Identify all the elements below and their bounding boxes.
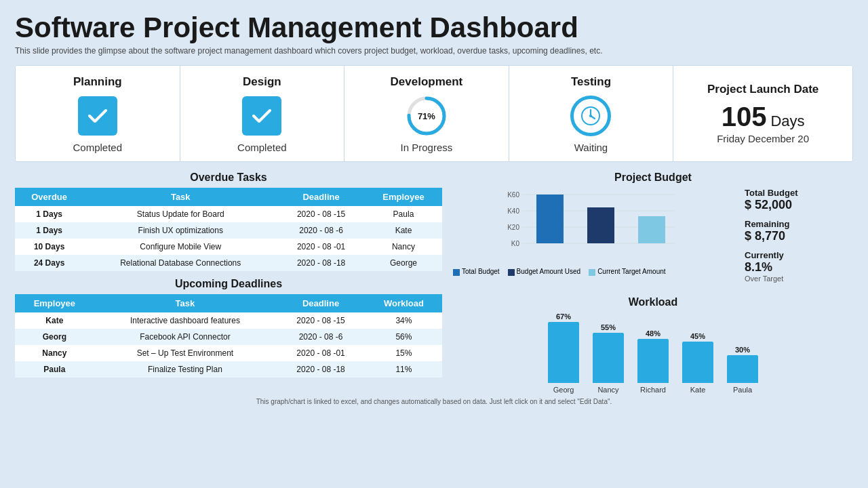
table-row: PaulaFinalize Testing Plan2020 - 08 -181…	[15, 361, 442, 378]
planning-card: Planning Completed	[16, 66, 180, 161]
table-row: NancySet – Up Test Environment2020 - 08 …	[15, 345, 442, 361]
legend-used: Budget Amount Used	[517, 268, 581, 275]
upcoming-col-deadline: Deadline	[276, 294, 366, 312]
overdue-title: Overdue Tasks	[15, 171, 442, 184]
overdue-table: Overdue Task Deadline Employee 1 DaysSta…	[15, 188, 442, 271]
launch-date: Friday December 20	[717, 133, 809, 144]
table-row: 1 DaysFinish UX optimizations2020 - 08 -…	[15, 222, 442, 239]
svg-rect-16	[638, 216, 665, 243]
budget-row: K60 K40 K20 K0	[453, 188, 853, 289]
testing-status: Waiting	[574, 142, 608, 153]
total-budget-value: $ 52,000	[745, 198, 853, 212]
table-row: KateInteractive dashboard features2020 -…	[15, 312, 442, 329]
testing-card: Testing Waiting	[509, 66, 674, 161]
workload-bar	[548, 322, 579, 383]
budget-info: Total Budget $ 52,000 Remaining $ 8,770 …	[745, 188, 853, 289]
workload-chart: 67%Georg55%Nancy48%Richard45%Kate30%Paul…	[453, 312, 853, 394]
currently-row: Currently 8.1% Over Target	[745, 250, 853, 283]
planning-icon	[77, 96, 118, 136]
left-column: Overdue Tasks Overdue Task Deadline Empl…	[15, 171, 442, 394]
design-title: Design	[243, 75, 281, 89]
total-budget-label: Total Budget	[745, 188, 853, 198]
launch-days-label: Days	[770, 113, 804, 130]
overdue-col-task: Task	[83, 188, 277, 206]
workload-bar-pct: 55%	[601, 323, 616, 331]
overdue-col-deadline: Deadline	[277, 188, 365, 206]
status-row: Planning Completed Design Completed Deve…	[15, 65, 853, 162]
table-row: GeorgFacebook API Connector2020 - 08 -65…	[15, 329, 442, 345]
page-title: Software Project Management Dashboard	[15, 12, 853, 43]
budget-section: Project Budget K60 K40 K20 K0	[453, 171, 853, 289]
budget-bar-chart: K60 K40 K20 K0	[453, 188, 735, 262]
budget-legend: Total Budget Budget Amount Used Current …	[453, 268, 735, 275]
currently-label: Currently	[745, 250, 853, 260]
remaining-row: Remaining $ 8,770	[745, 219, 853, 243]
workload-bar-label: Nancy	[597, 386, 618, 394]
upcoming-deadlines-section: Upcoming Deadlines Employee Task Deadlin…	[15, 278, 442, 378]
svg-rect-14	[536, 195, 564, 243]
legend-total: Total Budget	[462, 268, 500, 275]
development-pct: 71%	[418, 111, 435, 121]
overdue-col-employee: Employee	[365, 188, 442, 206]
budget-title: Project Budget	[453, 171, 853, 184]
upcoming-col-employee: Employee	[15, 294, 94, 312]
planning-title: Planning	[73, 75, 122, 89]
workload-bar-col: 30%Paula	[727, 346, 758, 394]
overdue-col-overdue: Overdue	[15, 188, 83, 206]
svg-text:K40: K40	[507, 207, 519, 215]
testing-title: Testing	[571, 75, 611, 89]
workload-bar-col: 55%Nancy	[593, 323, 624, 394]
development-title: Development	[391, 75, 463, 89]
workload-bar-col: 45%Kate	[682, 332, 713, 394]
svg-text:K0: K0	[511, 240, 520, 247]
workload-bar	[637, 339, 669, 383]
total-budget-row: Total Budget $ 52,000	[745, 188, 853, 212]
legend-target: Current Target Amount	[597, 268, 665, 275]
workload-bar-label: Georg	[553, 386, 574, 394]
development-card: Development 71% In Progress	[344, 66, 509, 161]
workload-bar-col: 67%Georg	[548, 312, 579, 394]
design-status: Completed	[237, 142, 287, 153]
upcoming-col-task: Task	[94, 294, 276, 312]
table-row: 10 DaysConfigure Mobile View2020 - 08 -0…	[15, 239, 442, 255]
workload-bar	[727, 355, 758, 383]
launch-card: Project Launch Date 105 Days Friday Dece…	[673, 66, 852, 161]
svg-text:K20: K20	[507, 224, 519, 231]
workload-bar-col: 48%Richard	[637, 329, 669, 394]
table-row: 1 DaysStatus Update for Board2020 - 08 -…	[15, 206, 442, 222]
workload-bar	[593, 333, 624, 383]
development-status: In Progress	[401, 142, 453, 153]
testing-icon	[570, 96, 611, 136]
table-row: 24 DaysRelational Database Connections20…	[15, 255, 442, 271]
currently-sub: Over Target	[745, 274, 853, 283]
budget-chart: K60 K40 K20 K0	[453, 188, 735, 289]
planning-status: Completed	[73, 142, 123, 153]
svg-rect-15	[587, 207, 614, 243]
workload-bar-pct: 48%	[646, 329, 660, 338]
remaining-value: $ 8,770	[745, 229, 853, 243]
workload-bar-label: Paula	[733, 386, 752, 394]
workload-section: Workload 67%Georg55%Nancy48%Richard45%Ka…	[453, 296, 853, 394]
currently-value: 8.1%	[745, 260, 853, 274]
launch-days: 105	[722, 103, 767, 130]
upcoming-table: Employee Task Deadline Workload KateInte…	[15, 294, 442, 378]
workload-bar-pct: 45%	[690, 332, 705, 340]
workload-bar-pct: 30%	[735, 346, 750, 354]
overdue-tasks-section: Overdue Tasks Overdue Task Deadline Empl…	[15, 171, 442, 271]
bottom-row: Overdue Tasks Overdue Task Deadline Empl…	[15, 171, 853, 394]
workload-title: Workload	[453, 296, 853, 308]
footer-note: This graph/chart is linked to excel, and…	[15, 398, 853, 405]
development-icon: 71%	[406, 96, 447, 136]
design-icon	[241, 96, 282, 136]
svg-text:K60: K60	[507, 191, 519, 199]
upcoming-title: Upcoming Deadlines	[15, 278, 442, 290]
workload-bar-label: Richard	[640, 386, 666, 394]
workload-bar-label: Kate	[690, 386, 706, 394]
launch-title: Project Launch Date	[707, 83, 818, 96]
svg-point-5	[589, 115, 592, 117]
right-column: Project Budget K60 K40 K20 K0	[453, 171, 853, 394]
subtitle: This slide provides the glimpse about th…	[15, 46, 853, 56]
design-card: Design Completed	[180, 66, 345, 161]
workload-bar-pct: 67%	[556, 312, 571, 321]
upcoming-col-workload: Workload	[366, 294, 442, 312]
